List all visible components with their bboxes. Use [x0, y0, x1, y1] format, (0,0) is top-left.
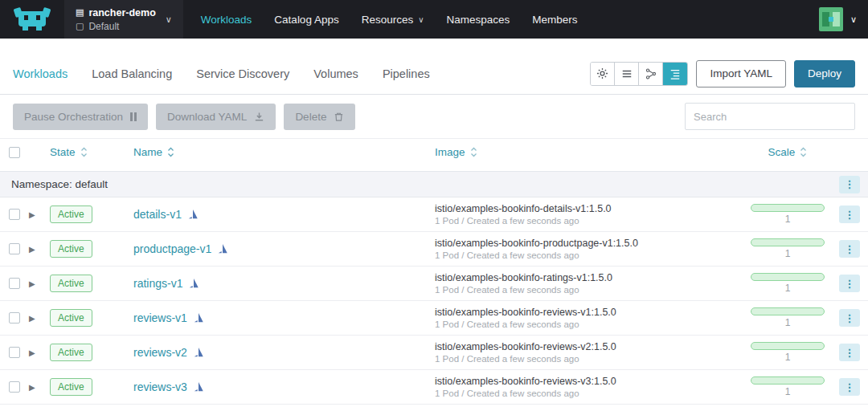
namespace-menu-button[interactable]: ⋮: [839, 176, 860, 193]
row-menu-button[interactable]: ⋮: [839, 309, 860, 327]
row-menu-button[interactable]: ⋮: [839, 206, 860, 223]
sort-icon[interactable]: [800, 147, 807, 157]
nav-item-workloads[interactable]: Workloads: [201, 14, 252, 26]
list-icon: [621, 68, 633, 79]
expand-caret-icon[interactable]: ▶: [29, 279, 35, 288]
tab-workloads[interactable]: Workloads: [13, 67, 68, 80]
flat-list-view-button[interactable]: [615, 63, 639, 85]
chevron-down-icon: ∨: [850, 14, 857, 25]
download-yaml-button[interactable]: Download YAML: [156, 104, 276, 130]
table-row: ▶ Active reviews-v1 istio/examples-booki…: [0, 301, 868, 336]
workload-name-link[interactable]: reviews-v2: [133, 346, 187, 359]
rancher-cow-icon: [14, 7, 51, 31]
image-name: istio/examples-bookinfo-ratings-v1:1.5.0: [435, 272, 744, 283]
scale-bar: [751, 307, 825, 315]
tab-load-balancing[interactable]: Load Balancing: [92, 67, 172, 80]
download-icon: [254, 112, 264, 122]
column-header-name[interactable]: Name: [133, 146, 435, 158]
workload-name-link[interactable]: productpage-v1: [133, 242, 211, 255]
scale-value: 1: [785, 283, 791, 294]
row-menu-button[interactable]: ⋮: [839, 275, 860, 292]
sort-icon[interactable]: [167, 147, 174, 157]
image-name: istio/examples-bookinfo-reviews-v3:1.5.0: [435, 376, 744, 387]
cluster-project-picker[interactable]: ▤ rancher-demo ▢ Default ∨: [64, 0, 183, 39]
chevron-down-icon: ∨: [166, 14, 172, 25]
nav-item-resources-label: Resources: [362, 14, 414, 26]
pause-icon: [130, 112, 137, 121]
scale-value: 1: [785, 317, 791, 328]
table-row: ▶ Active reviews-v2 istio/examples-booki…: [0, 336, 868, 370]
rancher-logo[interactable]: [0, 7, 64, 31]
row-checkbox[interactable]: [9, 312, 20, 324]
scale-value: 1: [785, 352, 791, 363]
expand-caret-icon[interactable]: ▶: [29, 348, 35, 357]
workload-name-link[interactable]: details-v1: [133, 208, 182, 221]
column-header-image[interactable]: Image: [435, 146, 744, 158]
gear-icon: [596, 67, 608, 79]
image-header-label: Image: [435, 146, 465, 158]
workload-name-link[interactable]: reviews-v3: [133, 380, 187, 393]
pod-detail: 1 Pod / Created a few seconds ago: [435, 319, 744, 329]
workload-name-link[interactable]: ratings-v1: [133, 277, 182, 290]
sort-icon[interactable]: [470, 147, 477, 157]
namespace-group-row: Namespace: default ⋮: [0, 171, 868, 197]
image-name: istio/examples-bookinfo-details-v1:1.5.0: [435, 203, 744, 214]
scale-bar: [751, 238, 825, 246]
name-header-label: Name: [133, 146, 162, 158]
istio-icon: [188, 278, 199, 289]
istio-icon: [193, 381, 204, 393]
deploy-button[interactable]: Deploy: [794, 60, 855, 87]
nav-item-members[interactable]: Members: [532, 14, 577, 26]
expand-caret-icon[interactable]: ▶: [29, 314, 35, 323]
section-tabs: Workloads Load Balancing Service Discove…: [13, 67, 430, 80]
state-header-label: State: [50, 146, 76, 158]
search-input[interactable]: [685, 103, 855, 130]
cluster-icon: ▤: [76, 7, 84, 18]
workloads-table: State Name Image Scale Namespace: defaul…: [0, 138, 868, 405]
user-menu[interactable]: ∨: [819, 7, 868, 31]
status-badge: Active: [50, 206, 92, 223]
bulk-action-bar: Pause Orchestration Download YAML Delete: [0, 95, 868, 138]
nav-item-namespaces[interactable]: Namespaces: [447, 14, 510, 26]
import-yaml-button[interactable]: Import YAML: [696, 60, 786, 87]
row-checkbox[interactable]: [9, 347, 20, 358]
pause-orchestration-label: Pause Orchestration: [24, 111, 123, 123]
row-menu-button[interactable]: ⋮: [839, 240, 860, 258]
row-checkbox[interactable]: [9, 243, 20, 254]
expand-caret-icon[interactable]: ▶: [29, 210, 35, 219]
image-name: istio/examples-bookinfo-productpage-v1:1…: [435, 238, 744, 249]
cluster-name: rancher-demo: [88, 7, 155, 18]
nodes-icon: [645, 68, 657, 79]
pod-detail: 1 Pod / Created a few seconds ago: [435, 354, 744, 364]
nav-item-catalog-apps[interactable]: Catalog Apps: [274, 14, 338, 26]
namespace-group-label: Namespace: default: [11, 178, 108, 190]
grouped-list-view-button[interactable]: [663, 63, 687, 85]
status-badge: Active: [50, 275, 92, 292]
select-all-checkbox[interactable]: [9, 147, 20, 158]
row-menu-button[interactable]: ⋮: [839, 378, 860, 396]
scale-bar: [751, 273, 825, 281]
graph-view-button[interactable]: [639, 63, 663, 85]
sort-icon[interactable]: [80, 147, 88, 157]
expand-caret-icon[interactable]: ▶: [29, 245, 35, 254]
tab-service-discovery[interactable]: Service Discovery: [196, 67, 289, 80]
user-avatar[interactable]: [819, 7, 843, 31]
column-header-state[interactable]: State: [50, 146, 133, 158]
workload-name-link[interactable]: reviews-v1: [133, 311, 187, 324]
delete-button[interactable]: Delete: [284, 104, 355, 130]
redeploy-icon-button[interactable]: [591, 63, 615, 85]
scale-header-label: Scale: [768, 146, 796, 158]
row-menu-button[interactable]: ⋮: [839, 344, 860, 361]
row-checkbox[interactable]: [9, 278, 20, 289]
scale-value: 1: [785, 386, 791, 397]
tab-volumes[interactable]: Volumes: [313, 67, 358, 80]
row-checkbox[interactable]: [9, 381, 20, 393]
expand-caret-icon[interactable]: ▶: [29, 383, 35, 392]
table-row: ▶ Active ratings-v1 istio/examples-booki…: [0, 267, 868, 301]
tab-pipelines[interactable]: Pipelines: [383, 67, 430, 80]
pause-orchestration-button[interactable]: Pause Orchestration: [13, 104, 148, 130]
row-checkbox[interactable]: [9, 209, 20, 220]
nav-item-resources[interactable]: Resources ∨: [362, 14, 424, 26]
pod-detail: 1 Pod / Created a few seconds ago: [435, 250, 744, 260]
column-header-scale[interactable]: Scale: [744, 146, 831, 158]
